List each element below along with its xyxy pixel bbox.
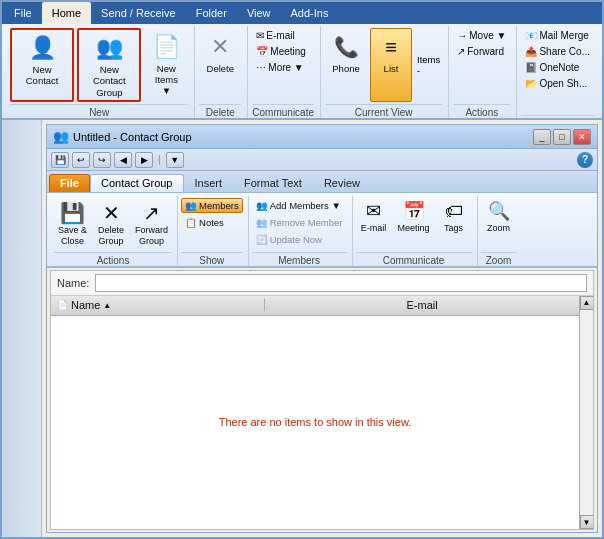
outer-more-button[interactable]: ⋯ More ▼ bbox=[252, 60, 310, 75]
outer-email-button[interactable]: ✉ E-mail bbox=[252, 28, 310, 43]
remove-member-button[interactable]: 👥 Remove Member bbox=[252, 215, 347, 230]
remove-member-icon: 👥 bbox=[256, 217, 268, 228]
open-shared-icon: 📂 bbox=[525, 78, 537, 89]
share-contacts-button[interactable]: 📤 Share Co... bbox=[521, 44, 594, 59]
forward-group-icon: ↗ bbox=[143, 201, 160, 225]
scroll-up-arrow[interactable]: ▲ bbox=[580, 296, 594, 310]
outer-meeting-button[interactable]: 📅 Meeting bbox=[252, 44, 310, 59]
add-members-button[interactable]: 👥 Add Members ▼ bbox=[252, 198, 347, 213]
delete-icon: ✕ bbox=[204, 31, 236, 63]
tab-home[interactable]: Home bbox=[42, 2, 91, 24]
inner-group-communicate: ✉ E-mail 📅 Meeting 🏷 Tags bbox=[353, 196, 478, 266]
outer-group-actions-content: → Move ▼ ↗ Forward bbox=[453, 28, 510, 102]
share-contacts-icon: 📤 bbox=[525, 46, 537, 57]
empty-message: There are no items to show in this view. bbox=[219, 416, 412, 428]
list-icon: ≡ bbox=[375, 31, 407, 63]
contact-group-content: Name: 📄 Name ▲ bbox=[50, 270, 594, 530]
tab-send-receive[interactable]: Send / Receive bbox=[91, 2, 186, 24]
window-title: Untitled - Contact Group bbox=[73, 131, 192, 143]
window-controls: _ □ ✕ bbox=[533, 129, 591, 145]
inner-meeting-icon: 📅 bbox=[403, 201, 425, 223]
inner-email-button[interactable]: ✉ E-mail bbox=[356, 198, 392, 236]
titlebar-icon: 👥 bbox=[53, 129, 69, 144]
outer-ribbon-body: 👤 New Contact 👥 New Contact Group 📄 NewI… bbox=[2, 24, 602, 120]
new-contact-group-button[interactable]: 👥 New Contact Group bbox=[77, 28, 141, 102]
center-panel: 👥 Untitled - Contact Group _ □ ✕ 💾 ↩ ↪ ◀ bbox=[42, 120, 602, 537]
inner-meeting-button[interactable]: 📅 Meeting bbox=[394, 198, 434, 236]
add-members-icon: 👥 bbox=[256, 200, 268, 211]
list-view-button[interactable]: ≡ List bbox=[370, 28, 412, 102]
onenote-button[interactable]: 📓 OneNote bbox=[521, 60, 594, 75]
inner-tab-review[interactable]: Review bbox=[313, 174, 371, 192]
tab-addins[interactable]: Add-Ins bbox=[281, 2, 339, 24]
new-items-button[interactable]: 📄 NewItems ▼ bbox=[144, 28, 188, 102]
notes-button[interactable]: 📋 Notes bbox=[181, 215, 243, 230]
inner-tab-contactgroup[interactable]: Contact Group bbox=[90, 174, 184, 192]
scroll-track bbox=[580, 310, 593, 515]
save-close-button[interactable]: 💾 Save & Close bbox=[54, 198, 91, 250]
redo-toolbar-icon[interactable]: ↪ bbox=[93, 152, 111, 168]
inner-ribbon-tabbar: File Contact Group Insert Format Text Re… bbox=[47, 171, 597, 193]
members-button[interactable]: 👥 Members bbox=[181, 198, 243, 213]
outer-meeting-icon: 📅 bbox=[256, 46, 268, 57]
inner-tab-insert[interactable]: Insert bbox=[184, 174, 234, 192]
inner-email-icon: ✉ bbox=[366, 201, 381, 223]
inner-tags-button[interactable]: 🏷 Tags bbox=[436, 198, 472, 236]
new-contact-button[interactable]: 👤 New Contact bbox=[10, 28, 74, 102]
col-email-header[interactable]: E-mail bbox=[265, 299, 579, 311]
delete-button[interactable]: ✕ Delete bbox=[199, 28, 241, 102]
outer-group-delete-content: ✕ Delete bbox=[199, 28, 241, 102]
undo-toolbar-icon[interactable]: ↩ bbox=[72, 152, 90, 168]
customize-toolbar-icon[interactable]: ▼ bbox=[166, 152, 184, 168]
scroll-down-arrow[interactable]: ▼ bbox=[580, 515, 594, 529]
scrollbar[interactable]: ▲ ▼ bbox=[579, 296, 593, 529]
update-now-button[interactable]: 🔄 Update Now bbox=[252, 232, 347, 247]
left-nav-panel bbox=[2, 120, 42, 537]
forward-group-button[interactable]: ↗ Forward Group bbox=[131, 198, 172, 250]
save-toolbar-icon[interactable]: 💾 bbox=[51, 152, 69, 168]
inner-tags-icon: 🏷 bbox=[445, 201, 463, 223]
outer-group-new-content: 👤 New Contact 👥 New Contact Group 📄 NewI… bbox=[10, 28, 188, 102]
phone-view-button[interactable]: 📞 Phone bbox=[325, 28, 367, 102]
name-input-field[interactable] bbox=[95, 274, 587, 292]
tab-view[interactable]: View bbox=[237, 2, 281, 24]
forward-toolbar-icon[interactable]: ▶ bbox=[135, 152, 153, 168]
name-bar: Name: bbox=[51, 271, 593, 296]
inner-group-show-content: 👥 Members 📋 Notes bbox=[181, 198, 243, 250]
inner-group-show-label: Show bbox=[181, 252, 243, 266]
items-label: Items - bbox=[417, 54, 442, 76]
maximize-button[interactable]: □ bbox=[553, 129, 571, 145]
tab-folder[interactable]: Folder bbox=[186, 2, 237, 24]
col-name-header[interactable]: 📄 Name ▲ bbox=[51, 299, 265, 311]
inner-tab-formattext[interactable]: Format Text bbox=[233, 174, 313, 192]
inner-toolbar: 💾 ↩ ↪ ◀ ▶ | ▼ ? bbox=[47, 149, 597, 171]
inner-group-zoom: 🔍 Zoom Zoom bbox=[478, 196, 522, 266]
outer-ribbon-tabbar: File Home Send / Receive Folder View Add… bbox=[2, 2, 602, 24]
inner-group-members-content: 👥 Add Members ▼ 👥 Remove Member 🔄 Updat bbox=[252, 198, 347, 250]
outer-group-currentview: 📞 Phone ≡ List Items - Current View bbox=[321, 26, 449, 118]
name-field-label: Name: bbox=[57, 277, 89, 289]
help-button[interactable]: ? bbox=[577, 152, 593, 168]
back-toolbar-icon[interactable]: ◀ bbox=[114, 152, 132, 168]
inner-tab-file[interactable]: File bbox=[49, 174, 90, 192]
members-icon: 👥 bbox=[185, 200, 197, 211]
tab-file[interactable]: File bbox=[4, 2, 42, 24]
outer-forward-icon: ↗ bbox=[457, 46, 465, 57]
delete-group-button[interactable]: ✕ Delete Group bbox=[93, 198, 129, 250]
open-shared-button[interactable]: 📂 Open Sh... bbox=[521, 76, 594, 91]
outer-group-delete-label: Delete bbox=[199, 104, 241, 118]
minimize-button[interactable]: _ bbox=[533, 129, 551, 145]
inner-group-members-label: Members bbox=[252, 252, 347, 266]
main-layout: 👥 Untitled - Contact Group _ □ ✕ 💾 ↩ ↪ ◀ bbox=[2, 120, 602, 537]
new-contact-group-icon: 👥 bbox=[93, 32, 125, 64]
outer-group-currentview-label: Current View bbox=[325, 104, 442, 118]
zoom-button[interactable]: 🔍 Zoom bbox=[481, 198, 517, 236]
inner-group-communicate-content: ✉ E-mail 📅 Meeting 🏷 Tags bbox=[356, 198, 472, 250]
outer-move-button[interactable]: → Move ▼ bbox=[453, 28, 510, 43]
outer-group-new-label: New bbox=[10, 104, 188, 118]
close-button[interactable]: ✕ bbox=[573, 129, 591, 145]
mail-merge-button[interactable]: 📧 Mail Merge bbox=[521, 28, 594, 43]
outer-forward-button[interactable]: ↗ Forward bbox=[453, 44, 510, 59]
outer-group-delete: ✕ Delete Delete bbox=[195, 26, 248, 118]
outer-group-actions-label: Actions bbox=[453, 104, 510, 118]
